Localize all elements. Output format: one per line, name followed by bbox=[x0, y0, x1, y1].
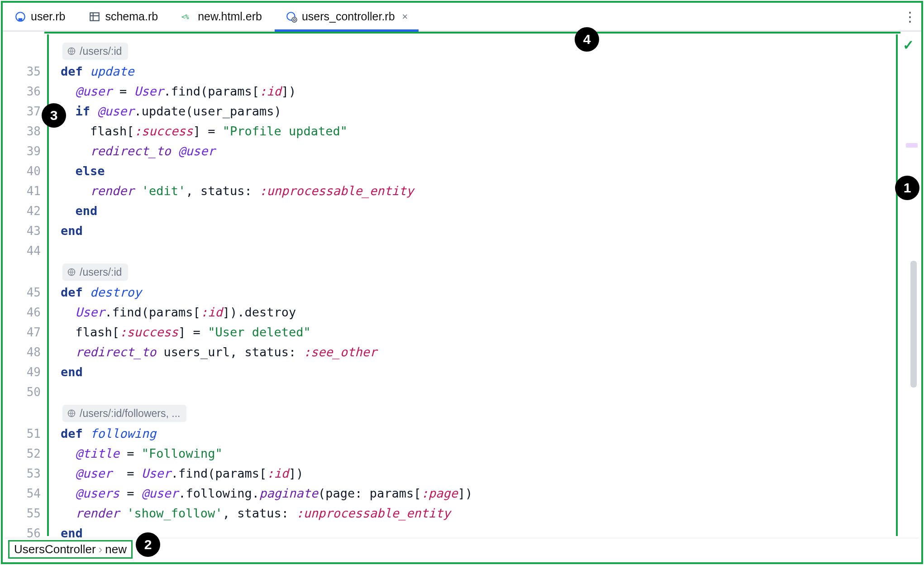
ruby-gear-icon bbox=[286, 11, 297, 23]
line-number: 44 bbox=[5, 241, 41, 261]
route-hint: /users/:id/followers, ... bbox=[62, 405, 186, 422]
code-line: @title = "Following" bbox=[61, 444, 896, 464]
route-hint-text: /users/:id bbox=[80, 41, 122, 61]
analysis-ok-icon[interactable]: ✓ bbox=[903, 37, 914, 53]
line-number: 45 bbox=[5, 282, 41, 302]
code-region: /users/:id def update @user = User.find(… bbox=[47, 34, 898, 536]
callout-badge-1: 1 bbox=[895, 176, 919, 200]
globe-icon bbox=[67, 47, 76, 56]
code-line: @users = @user.following.paginate(page: … bbox=[61, 484, 896, 503]
line-number: 36 bbox=[5, 81, 41, 101]
line-number: 42 bbox=[5, 201, 41, 221]
breadcrumb[interactable]: UsersController › new bbox=[8, 540, 133, 559]
route-hint-text: /users/:id bbox=[80, 262, 122, 282]
marker-tick[interactable] bbox=[906, 143, 918, 148]
line-number: 55 bbox=[5, 503, 41, 523]
tab-label: users_controller.rb bbox=[302, 10, 395, 23]
code-line: end bbox=[61, 201, 896, 221]
svg-rect-1 bbox=[19, 18, 23, 20]
marker-strip[interactable]: ✓ bbox=[898, 34, 919, 536]
code-line: redirect_to users_url, status: :see_othe… bbox=[61, 342, 896, 362]
code-line: if @user.update(user_params) bbox=[61, 101, 896, 121]
line-number-gutter[interactable]: 35 36 37 38 39 40 41 42 43 44 45 46 47 4… bbox=[5, 34, 47, 536]
close-icon[interactable]: × bbox=[402, 11, 408, 23]
code-line: redirect_to @user bbox=[61, 141, 896, 161]
line-number: 37 bbox=[5, 101, 41, 121]
line-number: 46 bbox=[5, 302, 41, 322]
line-number: 51 bbox=[5, 424, 41, 444]
line-number: 38 bbox=[5, 121, 41, 141]
tab-label: user.rb bbox=[31, 10, 65, 23]
tab-options-menu[interactable]: ⋮ bbox=[899, 3, 921, 30]
tab-label: schema.rb bbox=[105, 10, 158, 23]
line-number: 39 bbox=[5, 141, 41, 161]
line-number: 52 bbox=[5, 444, 41, 464]
code-line: end bbox=[61, 362, 896, 382]
line-number: 48 bbox=[5, 342, 41, 362]
code-line: render 'edit', status: :unprocessable_en… bbox=[61, 181, 896, 201]
erb-icon: <% bbox=[181, 11, 193, 23]
breadcrumb-segment: UsersController bbox=[14, 542, 96, 556]
chevron-right-icon: › bbox=[99, 542, 103, 556]
line-number: 40 bbox=[5, 161, 41, 181]
line-number: 53 bbox=[5, 464, 41, 484]
code-line: def destroy bbox=[61, 282, 896, 302]
route-hint: /users/:id bbox=[62, 263, 128, 281]
line-number: 41 bbox=[5, 181, 41, 201]
tab-label: new.html.erb bbox=[198, 10, 262, 23]
line-number: 43 bbox=[5, 221, 41, 241]
tab-user-rb[interactable]: user.rb bbox=[3, 3, 77, 30]
line-number: 47 bbox=[5, 322, 41, 342]
tab-schema-rb[interactable]: schema.rb bbox=[77, 3, 170, 30]
svg-rect-2 bbox=[90, 13, 100, 20]
code-editor[interactable]: /users/:id def update @user = User.find(… bbox=[49, 34, 896, 536]
callout-badge-3: 3 bbox=[42, 103, 66, 128]
code-line: render 'show_follow', status: :unprocess… bbox=[61, 503, 896, 523]
line-number: 35 bbox=[5, 62, 41, 81]
callout-badge-4: 4 bbox=[575, 27, 599, 52]
scrollbar-thumb[interactable] bbox=[910, 261, 917, 388]
code-line bbox=[61, 382, 896, 402]
code-line: User.find(params[:id]).destroy bbox=[61, 302, 896, 322]
code-line: end bbox=[61, 221, 896, 241]
code-line: else bbox=[61, 161, 896, 181]
route-hint-text: /users/:id/followers, ... bbox=[80, 403, 180, 423]
ruby-class-icon bbox=[14, 11, 26, 23]
editor-frame: user.rb schema.rb <% new.html.erb users_… bbox=[1, 1, 923, 564]
line-number: 49 bbox=[5, 362, 41, 382]
globe-icon bbox=[67, 268, 76, 277]
line-number: 54 bbox=[5, 484, 41, 503]
globe-icon bbox=[67, 409, 76, 418]
line-number: 50 bbox=[5, 382, 41, 402]
table-icon bbox=[89, 11, 100, 23]
callout-badge-2: 2 bbox=[136, 532, 160, 557]
code-line: @user = User.find(params[:id]) bbox=[61, 464, 896, 484]
tab-new-html-erb[interactable]: <% new.html.erb bbox=[170, 3, 274, 30]
breadcrumb-segment: new bbox=[105, 542, 127, 556]
tab-users-controller-rb[interactable]: users_controller.rb × bbox=[274, 3, 420, 30]
code-line: @user = User.find(params[:id]) bbox=[61, 81, 896, 101]
code-line: flash[:success] = "User deleted" bbox=[61, 322, 896, 342]
editor-area: 35 36 37 38 39 40 41 42 43 44 45 46 47 4… bbox=[5, 34, 919, 536]
code-line bbox=[61, 241, 896, 261]
code-line: flash[:success] = "Profile updated" bbox=[61, 121, 896, 141]
code-line: def following bbox=[61, 424, 896, 444]
route-hint: /users/:id bbox=[62, 43, 128, 60]
svg-point-7 bbox=[292, 17, 297, 22]
svg-text:<%: <% bbox=[181, 13, 189, 20]
code-line: def update bbox=[61, 62, 896, 81]
tab-bar: user.rb schema.rb <% new.html.erb users_… bbox=[3, 3, 921, 32]
